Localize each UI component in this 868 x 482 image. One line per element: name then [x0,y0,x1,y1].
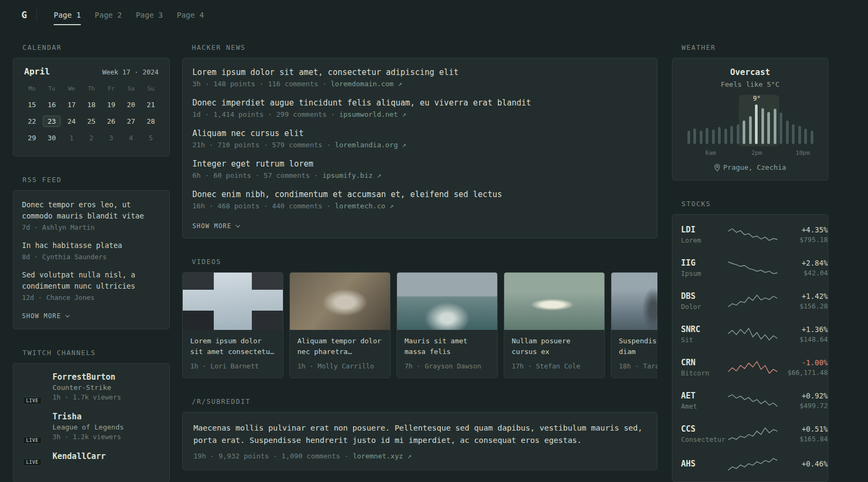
video-meta: 7h · Grayson Dawson [405,362,490,370]
hn-domain-link[interactable]: loremdomain.com ↗ [331,80,402,88]
video-thumbnail[interactable] [397,273,497,330]
stock-change: +0.46% [777,460,828,468]
video-title: Mauris sit amet massa felis [405,336,490,357]
hn-item-link[interactable]: Integer eget rutrum lorem [192,159,647,169]
video-title: Suspendisse diam [619,336,657,357]
subreddit-post-link[interactable]: Maecenas mollis pulvinar erat non posuer… [193,422,646,447]
external-link-icon: ↗ [402,110,406,118]
video-meta: 1h · Molly Carrillo [297,362,383,370]
rss-item-link[interactable]: Donec tempor eros leo, ut commodo mauris… [22,199,161,222]
calendar-day: 21 [141,96,161,113]
section-title-videos: VIDEOS [192,258,657,266]
weather-bar [730,126,733,144]
stock-change: +0.92% [777,391,828,400]
rss-item-meta: 7d · Ashlyn Martin [22,223,161,231]
calendar-day: 15 [22,96,42,113]
hn-domain: loremdomain.com [331,80,393,88]
video-card[interactable]: Mauris sit amet massa felis 7h · Grayson… [396,272,498,378]
hn-domain-link[interactable]: loremtech.co ↗ [335,202,394,210]
tab-page-1[interactable]: Page 1 [47,0,88,30]
video-thumbnail[interactable] [290,273,390,330]
tab-page-2[interactable]: Page 2 [88,0,129,30]
stock-name: Bitcorn [681,369,728,377]
weather-bar [780,112,782,144]
stock-price: $499.72 [777,402,828,410]
video-thumbnail[interactable] [183,273,283,330]
stock-row[interactable]: DBSDolor +1.42%$156.28 [681,284,819,318]
weather-peak-temp: 9° [753,95,760,102]
weather-time-axis: 6am 2pm 10pm [681,149,819,157]
rss-item-meta: 8d · Cynthia Saunders [22,253,161,261]
video-card[interactable]: Lorem ipsum dolor sit amet consectetu… 1… [182,272,283,378]
subreddit-domain-link[interactable]: loremnet.xyz ↗ [353,452,411,460]
weather-bar [761,108,764,144]
tab-page-4[interactable]: Page 4 [170,0,211,30]
rss-show-more-button[interactable]: SHOW MORE [22,312,69,320]
video-card[interactable]: Suspendisse diam 18h · Tara [611,272,657,378]
stock-row[interactable]: AETAmet +0.92%$499.72 [681,384,819,417]
video-card[interactable]: Nullam posuere cursus ex 17h · Stefan Co… [504,272,605,378]
stock-symbol: AHS [681,459,728,469]
stock-price: $156.28 [777,302,828,310]
avatar: LIVE [22,372,44,401]
weather-bar [743,120,745,144]
external-link-icon: ↗ [407,452,411,460]
hn-meta-text: 1d · 1,414 points · 299 comments · [192,110,339,118]
channel-name: KendallCarr [53,451,106,461]
stock-sparkline [728,294,777,308]
hn-item-meta: 16h · 468 points · 440 comments · loremt… [192,202,647,210]
hn-item-link[interactable]: Lorem ipsum dolor sit amet, consectetur … [192,67,647,77]
calendar-day: 5 [141,130,161,146]
stock-row[interactable]: SNRCSit +1.36%$148.64 [681,318,819,351]
external-link-icon: ↗ [377,171,381,179]
hn-domain: loremtech.co [335,202,385,210]
hn-item: Lorem ipsum dolor sit amet, consectetur … [192,67,647,88]
top-nav: G Page 1 Page 2 Page 3 Page 4 [0,0,868,30]
stock-sparkline [728,394,777,408]
hn-domain-link[interactable]: ipsumify.biz ↗ [323,171,381,179]
stock-price: $66,171.48 [777,368,828,376]
twitch-channel-row[interactable]: LIVE KendallCarr [22,451,161,463]
stock-sparkline [728,228,777,242]
video-thumbnail[interactable] [504,273,604,330]
hn-item-link[interactable]: Aliquam nec cursus elit [192,129,647,138]
hn-item-link[interactable]: Donec enim nibh, condimentum et accumsan… [192,190,647,199]
video-thumbnail[interactable] [611,273,657,330]
time-tick: 10pm [796,149,810,156]
weather-bar [749,116,752,144]
rss-item: Sed volutpat nulla nisl, a condimentum n… [22,269,161,302]
calendar-month: April [24,66,50,77]
calendar-day: 28 [141,113,161,130]
external-link-icon: ↗ [398,80,402,88]
stock-row[interactable]: AHS +0.46% [681,450,819,478]
stock-row[interactable]: LDILorem +4.35%$795.18 [681,218,819,251]
hn-domain-link[interactable]: loremlandia.org ↗ [335,141,406,149]
stock-row[interactable]: CRNBitcorn -1.00%$66,171.48 [681,351,819,384]
twitch-channel-row[interactable]: LIVE ForrestBurton Counter-Strike 1h · 1… [22,372,161,401]
video-card[interactable]: Aliquam tempor dolor nec pharetra… 1h · … [289,272,391,378]
stock-change: +1.42% [777,292,828,300]
weather-hourly-chart: 9° [681,99,819,144]
hn-show-more-button[interactable]: SHOW MORE [192,222,240,230]
weekday-label: We [62,85,81,92]
subreddit-meta-text: 19h · 9,932 points · 1,090 comments · [193,452,353,460]
calendar-weekday-row: Mo Tu We Th Fr Sa Su [22,85,161,92]
rss-item-meta: 12d · Chance Jones [22,293,161,302]
channel-game: League of Legends [53,423,124,431]
weather-location-text: Prague, Czechia [723,163,786,171]
calendar-day: 30 [42,130,62,146]
stock-name: Dolor [681,303,728,311]
hn-domain-link[interactable]: ipsumworld.net ↗ [339,110,406,118]
stock-row[interactable]: CCSConsectetur +0.51%$165.84 [681,417,819,450]
stock-row[interactable]: IIGIpsum +2.84%$42.04 [681,251,819,284]
weekday-label: Su [141,85,161,92]
channel-viewers: 3h · 1.2k viewers [53,433,124,441]
rss-item-link[interactable]: Sed volutpat nulla nisl, a condimentum n… [22,269,161,292]
twitch-channel-row[interactable]: LIVE Trisha League of Legends 3h · 1.2k … [22,412,161,441]
calendar-day: 29 [22,130,42,146]
tab-page-3[interactable]: Page 3 [129,0,170,30]
hn-item-link[interactable]: Donec imperdiet augue tincidunt felis al… [192,98,647,108]
rss-item-link[interactable]: In hac habitasse platea [22,240,161,251]
video-meta: 1h · Lori Barnett [190,362,275,370]
section-title-rss: RSS FEED [23,176,170,184]
